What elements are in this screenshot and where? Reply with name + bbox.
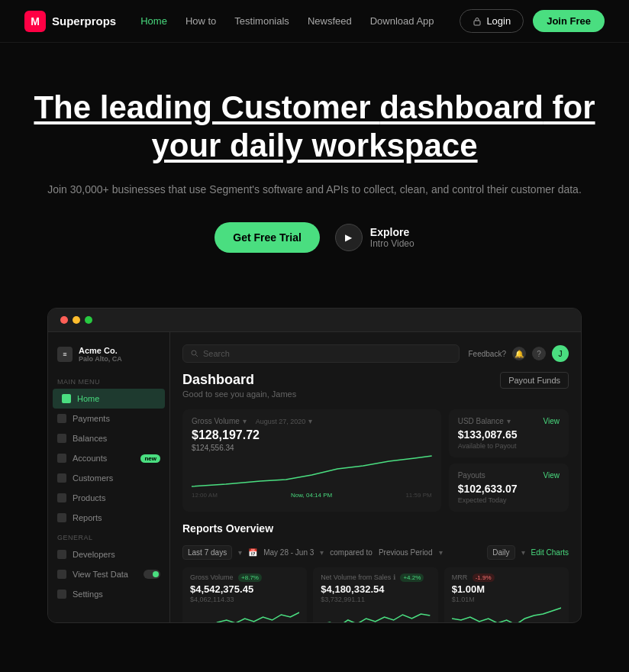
nav-links: Home How to Testimonials Newsfeed Downlo… <box>140 15 460 27</box>
logo[interactable]: M Superprops <box>24 11 116 32</box>
join-free-button[interactable]: Join Free <box>533 10 605 32</box>
reports-icon <box>57 513 66 522</box>
gross-vol-chart <box>190 603 299 622</box>
usd-balance-label: USD Balance ▾ View <box>458 417 560 425</box>
metrics-row: Gross Volume ▾ August 27, 2020 ▾ $128,19… <box>182 409 569 512</box>
report-gross-label: Gross Volume +8.7% <box>190 573 299 582</box>
nav-link-home[interactable]: Home <box>140 15 167 27</box>
titlebar-dot-green <box>85 316 92 324</box>
explore-video-button[interactable]: ▶ Explore Intro Video <box>335 224 414 251</box>
balance-cards: USD Balance ▾ View $133,087.65 Available… <box>449 409 569 512</box>
gross-vol-compare: $4,062,114.33 <box>190 596 299 603</box>
gross-volume-value: $128,197.72 <box>192 428 432 442</box>
sidebar-item-balances[interactable]: Balances <box>48 428 169 448</box>
logo-icon: M <box>24 11 46 32</box>
nav-actions: Login Join Free <box>460 9 605 33</box>
titlebar <box>48 309 581 332</box>
logo-text: Superprops <box>52 15 116 27</box>
reports-section: Reports Overview Last 7 days ▾ 📅 May 28 … <box>182 522 569 622</box>
titlebar-dot-red <box>60 316 68 324</box>
accounts-badge: new <box>140 454 160 463</box>
settings-icon <box>57 590 66 599</box>
payouts-label: Payouts View <box>458 471 560 480</box>
dashboard-subtitle: Good to see you again, James <box>182 389 296 399</box>
mrr-value: $1.00M <box>452 583 561 595</box>
filter-last7days[interactable]: Last 7 days <box>182 545 232 560</box>
balances-icon <box>57 434 66 443</box>
usd-view-link[interactable]: View <box>544 417 560 425</box>
reports-cards: Gross Volume +8.7% $4,542,375.45 $4,062,… <box>182 567 569 622</box>
notification-icon[interactable]: 🔔 <box>512 347 526 360</box>
sidebar-item-reports[interactable]: Reports <box>48 508 169 528</box>
reports-controls: Last 7 days ▾ 📅 May 28 - Jun 3 ▾ compare… <box>182 545 569 560</box>
sidebar-item-settings[interactable]: Settings <box>48 584 169 604</box>
net-vol-compare: $3,732,991.11 <box>321 596 430 603</box>
sidebar-item-customers[interactable]: Customers <box>48 468 169 488</box>
hero-subtitle: Join 30,000+ businesses that use Segment… <box>24 181 605 198</box>
usd-balance-value: $133,087.65 <box>458 428 560 441</box>
usd-balance-sub: Available to Payout <box>458 442 560 450</box>
explore-sub: Intro Video <box>370 238 414 249</box>
reports-title: Reports Overview <box>182 522 273 535</box>
sidebar-company-header: ≡ Acme Co. Palo Alto, CA <box>48 341 169 372</box>
gross-vol-badge: +8.7% <box>238 573 262 582</box>
help-icon[interactable]: ? <box>532 347 546 360</box>
dashboard-mockup: ≡ Acme Co. Palo Alto, CA MAIN MENU Home … <box>47 308 582 623</box>
gross-volume-chart <box>192 452 432 490</box>
avatar[interactable]: J <box>552 345 569 362</box>
lock-icon <box>473 17 482 26</box>
sidebar-item-home[interactable]: Home <box>53 389 165 409</box>
svg-line-2 <box>196 355 198 357</box>
accounts-icon <box>57 454 66 463</box>
edit-charts-button[interactable]: Edit Charts <box>531 548 569 557</box>
svg-rect-0 <box>474 21 480 25</box>
sidebar-item-products[interactable]: Products <box>48 488 169 508</box>
dashboard-title-group: Dashboard Good to see you again, James <box>182 372 296 399</box>
payouts-sub: Expected Today <box>458 496 560 504</box>
net-vol-badge: +4.2% <box>400 573 424 582</box>
get-free-trial-button[interactable]: Get Free Trial <box>215 222 319 253</box>
filter-daily[interactable]: Daily <box>487 545 514 560</box>
gross-vol-value: $4,542,375.45 <box>190 583 299 595</box>
sidebar-company-info: Acme Co. Palo Alto, CA <box>79 346 122 363</box>
dashboard-main: Search Feedback? 🔔 ? J Dashboard Good to… <box>170 332 581 622</box>
sidebar-item-testdata[interactable]: View Test Data <box>48 564 169 584</box>
report-mrr-label: MRR -1.9% <box>452 573 561 582</box>
mrr-chart <box>452 603 561 622</box>
products-icon <box>57 493 66 502</box>
report-net-label: Net Volume from Sales ℹ +4.2% <box>321 573 430 582</box>
payouts-card: Payouts View $102,633.07 Expected Today <box>449 464 569 512</box>
nav-link-howto[interactable]: How to <box>185 15 216 27</box>
net-vol-value: $4,180,332.54 <box>321 583 430 595</box>
search-bar[interactable]: Search <box>182 344 460 363</box>
sidebar-menu-label: MAIN MENU <box>48 372 169 389</box>
developers-icon <box>57 550 66 559</box>
sidebar-item-payments[interactable]: Payments <box>48 409 169 428</box>
sidebar-item-accounts[interactable]: Accounts new <box>48 448 169 468</box>
nav-link-newsfeed[interactable]: Newsfeed <box>308 15 352 27</box>
payout-funds-button[interactable]: Payout Funds <box>500 372 569 389</box>
mrr-badge: -1.9% <box>473 573 495 582</box>
chart-labels: 12:00 AM Now, 04:14 PM 11:59 PM <box>192 492 432 499</box>
reports-header-row: Reports Overview <box>182 522 569 541</box>
sidebar-item-developers[interactable]: Developers <box>48 544 169 564</box>
report-net-volume: Net Volume from Sales ℹ +4.2% $4,180,332… <box>313 567 437 622</box>
nav-link-downloadapp[interactable]: Download App <box>370 15 434 27</box>
payments-icon <box>57 414 66 423</box>
dashboard-inner: ≡ Acme Co. Palo Alto, CA MAIN MENU Home … <box>48 332 581 622</box>
payouts-view-link[interactable]: View <box>544 471 560 480</box>
testdata-icon <box>57 570 66 579</box>
gross-volume-label: Gross Volume ▾ August 27, 2020 ▾ <box>192 417 432 425</box>
customers-icon <box>57 473 66 483</box>
explore-title: Explore <box>370 226 414 238</box>
login-button[interactable]: Login <box>460 9 524 33</box>
search-icon <box>191 350 198 357</box>
dashboard-title: Dashboard <box>182 372 296 388</box>
usd-balance-card: USD Balance ▾ View $133,087.65 Available… <box>449 409 569 457</box>
feedback-label[interactable]: Feedback? <box>469 350 506 358</box>
aug-value: $124,556.34 <box>192 444 432 452</box>
explore-text: Explore Intro Video <box>370 226 414 249</box>
play-icon: ▶ <box>335 224 363 251</box>
net-vol-chart <box>321 603 430 622</box>
nav-link-testimonials[interactable]: Testimonials <box>234 15 289 27</box>
